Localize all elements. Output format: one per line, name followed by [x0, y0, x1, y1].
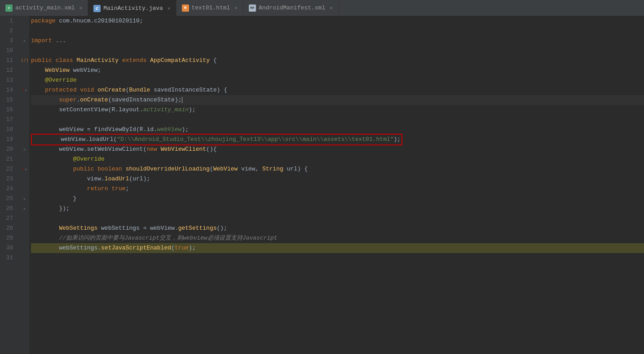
fold-icon-25[interactable]: ▸ [23, 196, 26, 201]
code-line-21: @Override [31, 154, 644, 164]
url-string: "D:\\Android_Studio_Test\\zhoujing_Text1… [117, 136, 393, 143]
code-lines[interactable]: package com.hnucm.c201901020110; import … [29, 16, 644, 354]
annotation-override: @Override [45, 75, 76, 85]
line-num-20: 20 [0, 144, 17, 154]
line-num-30: 30 [0, 243, 17, 253]
line-num-18: 18 [0, 125, 17, 135]
type-bundle: Bundle [129, 85, 150, 95]
code-line-17 [31, 115, 644, 125]
gutter-29 [20, 233, 29, 243]
line-num-19: 19 [0, 135, 17, 144]
kw-extends: extends [122, 56, 147, 66]
tab-label: AndroidManifest.xml [259, 4, 325, 11]
arrow-up-icon-14: ↑ [22, 87, 25, 93]
gutter-19 [20, 135, 29, 144]
type-websettings: WebSettings [59, 223, 97, 233]
fn-loadurl: loadUrl [105, 174, 129, 184]
kw-true: true [111, 184, 125, 194]
line-num-2: 2 [0, 26, 17, 36]
code-line-30: webSettings.setJavaScriptEnabled(true); [31, 243, 644, 253]
kw-true-2: true [175, 243, 189, 253]
fold-icon-26[interactable]: ▸ [23, 206, 26, 211]
code-line-28: WebSettings webSettings = webView.getSet… [31, 223, 644, 233]
gutter-17 [20, 115, 29, 125]
gutter-13 [20, 75, 29, 85]
fold-icon-14[interactable]: ▸ [25, 87, 27, 93]
code-line-14: protected void onCreate(Bundle savedInst… [31, 85, 644, 95]
tab-close-icon[interactable]: ✕ [79, 5, 83, 11]
type-string: String [262, 164, 283, 174]
code-line-2 [31, 26, 644, 36]
comment-javascript: //如果访问的页面中要与Javascript交互，则webview必须设置支持J… [31, 233, 278, 243]
code-line-20: webView.setWebViewClient(new WebViewClie… [31, 144, 644, 154]
code-line-22: public boolean shouldOverrideUrlLoading(… [31, 164, 644, 174]
keyword-import: import [31, 36, 52, 46]
tab-mainactivity-java[interactable]: c MainActivity.java ✕ [88, 0, 176, 16]
fold-icon-22[interactable]: ▸ [25, 166, 27, 172]
gutter-1 [20, 16, 29, 26]
gutter-14: ↑ ▸ [20, 85, 29, 95]
gutter-2 [20, 26, 29, 36]
tab-close-icon[interactable]: ✕ [330, 5, 333, 11]
gutter-31 [20, 253, 29, 263]
tab-bar: ◇ activity_main.xml ✕ c MainActivity.jav… [0, 0, 644, 16]
line-num-27: 27 [0, 214, 17, 223]
gutter-21 [20, 154, 29, 164]
code-line-31 [31, 253, 644, 263]
tab-text01-html[interactable]: H text01.html ✕ [176, 0, 243, 16]
kw-protected: protected [45, 85, 76, 95]
kw-public-2: public [73, 164, 94, 174]
line-num-23: 23 [0, 174, 17, 184]
gutter-28 [20, 223, 29, 233]
line-num-25: 25 [0, 194, 17, 204]
fn-oncreate: onCreate [97, 85, 125, 95]
line-num-12: 12 [0, 66, 17, 75]
tab-activity-main-xml[interactable]: ◇ activity_main.xml ✕ [0, 0, 88, 16]
type-webview: WebView [45, 66, 70, 75]
type-webview-2: WebView [213, 164, 238, 174]
kw-boolean: boolean [97, 164, 122, 174]
line-num-28: 28 [0, 223, 17, 233]
tab-label: activity_main.xml [15, 4, 75, 11]
gutter-30 [20, 243, 29, 253]
code-line-15: super.onCreate(savedInstanceState); [31, 95, 644, 105]
line-num-31: 31 [0, 253, 17, 263]
code-line-1: package com.hnucm.c201901020110; [31, 16, 644, 26]
gutter-3[interactable]: ▸ [20, 36, 29, 46]
line-numbers: 1 2 3 10 11 12 13 14 15 16 17 18 19 20 2… [0, 16, 20, 354]
gutter-16 [20, 105, 29, 115]
tab-close-icon[interactable]: ✕ [168, 5, 171, 11]
fold-icon-20[interactable]: ▸ [23, 147, 26, 152]
tab-label: MainActivity.java [103, 5, 163, 12]
tab-androidmanifest-xml[interactable]: MF AndroidManifest.xml ✕ [243, 0, 339, 16]
kw-new: new [146, 144, 157, 154]
fold-icon-3[interactable]: ▸ [23, 38, 26, 44]
html-icon: H [182, 4, 189, 12]
code-line-16: setContentView(R.layout.activity_main); [31, 105, 644, 115]
annotation-override-2: @Override [73, 154, 105, 164]
gutter-27 [20, 214, 29, 223]
xml-icon: ◇ [5, 4, 13, 12]
code-line-3: import ... [31, 36, 644, 46]
kw-void: void [80, 85, 94, 95]
kw-return: return [87, 184, 108, 194]
gutter-24 [20, 184, 29, 194]
code-container[interactable]: 1 2 3 10 11 12 13 14 15 16 17 18 19 20 2… [0, 16, 644, 354]
gutter-15 [20, 95, 29, 105]
id-ref: webView [157, 125, 182, 135]
line-num-10: 10 [0, 46, 17, 56]
code-line-24: return true; [31, 184, 644, 194]
class-gutter-icon: ⟨/⟩ [21, 58, 29, 63]
line-num-17: 17 [0, 115, 17, 125]
fn-oncreate-call: onCreate [80, 95, 108, 105]
java-icon: c [93, 5, 101, 12]
code-line-10 [31, 46, 644, 56]
fn-getsettings: getSettings [178, 223, 217, 233]
tab-label: text01.html [192, 4, 230, 11]
tab-close-icon[interactable]: ✕ [234, 5, 238, 11]
code-line-27 [31, 214, 644, 223]
line-num-29: 29 [0, 233, 17, 243]
editor-area: 1 2 3 10 11 12 13 14 15 16 17 18 19 20 2… [0, 16, 644, 354]
keyword-package: package [31, 16, 56, 26]
gutter-25: ▸ [20, 194, 29, 204]
